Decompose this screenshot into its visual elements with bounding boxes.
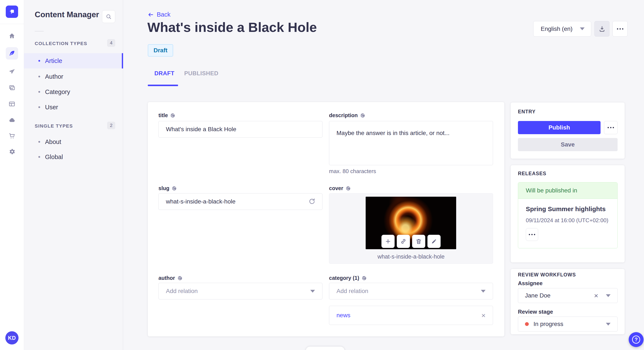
sidebar-title: Content Manager — [35, 10, 99, 19]
category-relation-item: news × — [329, 306, 493, 325]
sidebar-item-about[interactable]: • About — [24, 134, 123, 150]
chevron-down-icon — [580, 27, 584, 30]
bullet-icon: • — [38, 104, 40, 110]
label-text: title — [158, 112, 168, 118]
releases-panel-title: RELEASES — [518, 171, 546, 176]
relation-link-news[interactable]: news — [336, 312, 350, 319]
assignee-label: Assignee — [518, 280, 543, 287]
label-text: author — [158, 275, 175, 281]
language-value: English (en) — [541, 25, 572, 32]
author-placeholder: Add relation — [166, 288, 198, 295]
sidebar-item-label: Global — [45, 154, 63, 161]
sidebar-item-category[interactable]: • Category — [24, 84, 123, 100]
dot — [534, 234, 535, 235]
chevron-down-icon — [606, 323, 610, 326]
cover-field-label: cover — [329, 185, 351, 191]
search-icon — [106, 13, 112, 20]
home-icon[interactable] — [6, 30, 18, 42]
sidebar-item-label: Article — [45, 57, 62, 64]
title-input[interactable] — [158, 121, 322, 138]
label-text: category (1) — [329, 275, 359, 281]
user-avatar[interactable]: KD — [5, 331, 18, 345]
release-name: Spring Summer highlights — [526, 205, 606, 213]
sidebar-item-label: About — [45, 138, 61, 146]
releases-icon[interactable] — [6, 65, 18, 78]
dot — [617, 28, 618, 29]
author-relation-combobox[interactable]: Add relation — [158, 283, 322, 299]
plus-icon — [385, 238, 391, 245]
content-type-builder-icon[interactable] — [6, 98, 18, 110]
title-field-label: title — [158, 112, 176, 118]
regenerate-slug-button[interactable] — [308, 198, 316, 205]
copy-link-button[interactable] — [397, 235, 410, 248]
dot — [613, 127, 614, 128]
edit-media-button[interactable] — [428, 235, 440, 248]
chevron-down-icon — [606, 294, 610, 297]
export-download-button[interactable] — [594, 21, 610, 37]
dot — [622, 28, 623, 29]
i18n-globe-icon — [362, 275, 367, 281]
search-button[interactable] — [102, 10, 115, 23]
strapi-logo-icon — [8, 8, 16, 15]
link-icon — [400, 238, 406, 245]
delete-media-button[interactable] — [412, 235, 425, 248]
tab-published[interactable]: PUBLISHED — [184, 70, 218, 77]
assignee-combobox[interactable]: Jane Doe × — [518, 288, 618, 303]
bullet-icon: • — [38, 154, 40, 160]
bullet-icon: • — [38, 139, 40, 145]
help-button[interactable]: ? — [629, 332, 644, 347]
review-panel-title: REVIEW WORKFLOWS — [518, 272, 576, 278]
chevron-down-icon — [310, 290, 315, 293]
media-library-icon[interactable] — [6, 82, 18, 94]
arrow-left-icon — [148, 12, 154, 18]
description-textarea[interactable]: Maybe the answer is in this article, or … — [329, 121, 493, 165]
strapi-logo[interactable] — [6, 5, 18, 18]
entry-more-button[interactable] — [604, 121, 618, 134]
back-link[interactable]: Back — [148, 11, 170, 18]
stage-status-dot — [525, 322, 529, 326]
content-manager-sidebar: Content Manager COLLECTION TYPES 4 • Art… — [24, 0, 123, 350]
collection-types-count-badge: 4 — [107, 39, 115, 47]
bullet-icon: • — [38, 73, 40, 80]
header-more-button[interactable] — [612, 21, 628, 37]
sidebar-item-label: Author — [45, 73, 63, 80]
page-title: What's inside a Black Hole — [147, 19, 317, 35]
category-placeholder: Add relation — [336, 288, 368, 295]
deploy-cloud-icon[interactable] — [6, 114, 18, 126]
sidebar-item-article[interactable]: • Article — [24, 53, 123, 68]
content-manager-icon[interactable] — [6, 47, 18, 59]
avatar-initials: KD — [8, 335, 16, 341]
label-text: slug — [158, 185, 169, 191]
slug-input[interactable] — [158, 193, 322, 210]
publish-button[interactable]: Publish — [518, 121, 600, 134]
question-mark-icon: ? — [632, 336, 640, 344]
back-label: Back — [157, 11, 170, 18]
remove-relation-icon[interactable]: × — [481, 312, 486, 319]
bullet-icon: • — [38, 89, 40, 95]
entry-panel: ENTRY Publish Save — [511, 103, 624, 159]
release-date: 09/11/2024 at 16:00 (UTC+02:00) — [526, 217, 608, 224]
i18n-globe-icon — [360, 113, 366, 118]
release-more-button[interactable] — [526, 228, 538, 241]
description-helper-text: max. 80 characters — [329, 168, 376, 175]
sidebar-item-global[interactable]: • Global — [24, 149, 123, 165]
save-button[interactable]: Save — [518, 138, 618, 151]
entry-pagination-pill[interactable] — [306, 347, 344, 350]
category-relation-combobox[interactable]: Add relation — [329, 283, 493, 299]
sidebar-item-user[interactable]: • User — [24, 100, 123, 115]
language-select[interactable]: English (en) — [533, 21, 591, 37]
section-single-types: SINGLE TYPES — [35, 123, 73, 129]
tab-draft[interactable]: DRAFT — [154, 70, 174, 77]
clear-assignee-icon[interactable]: × — [594, 292, 598, 299]
settings-gear-icon[interactable] — [6, 146, 18, 158]
rail-divider — [0, 24, 24, 24]
i18n-globe-icon — [346, 186, 351, 191]
add-media-button[interactable] — [382, 235, 394, 248]
review-stage-combobox[interactable]: In progress — [518, 317, 618, 332]
pencil-icon — [431, 238, 437, 245]
entry-panel-title: ENTRY — [518, 109, 536, 115]
section-collection-types: COLLECTION TYPES — [35, 41, 87, 46]
sidebar-item-author[interactable]: • Author — [24, 69, 123, 84]
marketplace-cart-icon[interactable] — [6, 130, 18, 142]
label-text: description — [329, 112, 358, 118]
